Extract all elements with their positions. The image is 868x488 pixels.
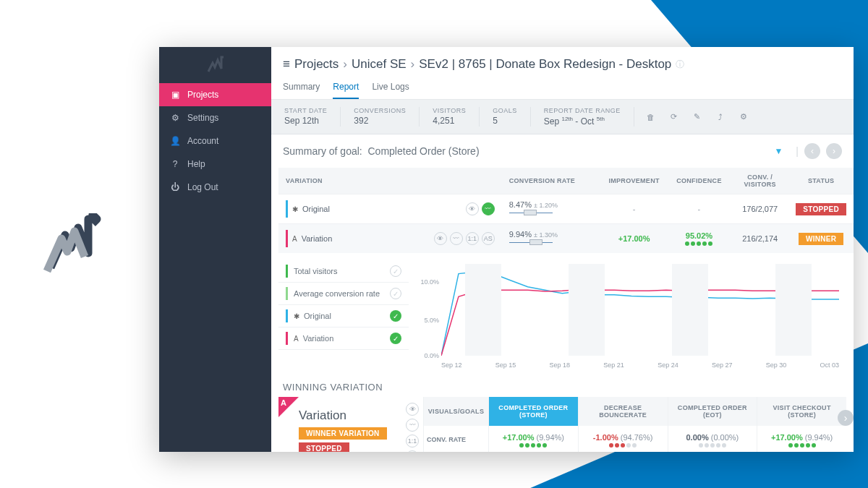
table-row: A Variation 👁 〰 1:1 AS 9.94% ± 1.30% (278, 224, 854, 254)
variation-name: Variation (302, 234, 333, 243)
check-icon[interactable]: ✓ (390, 288, 401, 299)
goals-visuals-header: VISUALS/GOALS (424, 397, 488, 426)
sidebar-item-label: Projects (187, 90, 218, 100)
trash-icon[interactable]: 🗑 (644, 111, 658, 124)
sidebar-item-label: Help (187, 159, 205, 169)
split-icon[interactable]: 1:1 (406, 435, 419, 448)
sidebar-item-label: Account (187, 136, 218, 146)
legend-item[interactable]: AVariation ✓ (278, 328, 409, 350)
sidebar-item-account[interactable]: 👤 Account (159, 129, 271, 153)
folder-icon: ▣ (170, 90, 180, 100)
info-icon[interactable]: ⓘ (676, 59, 684, 71)
app-window: ▣ Projects ⚙ Settings 👤 Account ? Help ⏻… (159, 47, 854, 452)
breadcrumb-project: SEv2 | 8765 | Donate Box Redesign - Desk… (419, 57, 671, 72)
tab-report[interactable]: Report (333, 77, 359, 99)
power-icon: ⏻ (170, 182, 180, 192)
table-row: ✱ Original 👁 〰 8.47% ± 1.20% - - 176/2,0… (278, 194, 854, 224)
th-variation: VARIATION (278, 168, 502, 194)
goal-dropdown-icon[interactable]: ▼ (774, 146, 783, 156)
goals-next-button[interactable]: › (838, 410, 854, 426)
stat-start-date: START DATE Sep 12th (271, 107, 341, 127)
sidebar-logo (159, 47, 271, 83)
eye-icon[interactable]: 👁 (434, 232, 447, 245)
chart-zone: Total visitors ✓ Average conversion rate… (271, 253, 854, 373)
check-icon[interactable]: ✓ (390, 265, 401, 277)
goal-summary-header: Summary of goal: Completed Order (Store)… (271, 134, 854, 168)
goal-column[interactable]: COMPLETED ORDER (EOT)0.00% (0.00%) (668, 397, 757, 452)
prev-goal-button[interactable]: ‹ (804, 143, 820, 159)
chart-icon[interactable]: 〰 (450, 232, 463, 245)
tab-summary[interactable]: Summary (283, 77, 320, 99)
conv-rate-label: CONV. RATE (424, 426, 488, 446)
sidebar-item-logout[interactable]: ⏻ Log Out (159, 176, 271, 199)
sidebar-item-label: Settings (187, 113, 218, 123)
stat-visitors: VISITORS 4,251 (420, 107, 480, 127)
hamburger-icon[interactable]: ≡ (283, 57, 290, 72)
status-badge: STOPPED (299, 442, 349, 452)
brand-logo (43, 213, 101, 281)
sidebar-item-label: Log Out (187, 182, 218, 192)
chart-icon[interactable]: 〰 (482, 202, 495, 215)
legend-item[interactable]: ✱Original ✓ (278, 305, 409, 328)
stat-conversions: CONVERSIONS 392 (341, 107, 420, 127)
gear-icon[interactable]: ⚙ (737, 111, 750, 124)
stat-range: REPORT DATE RANGE Sep 12th - Oct 5th (531, 107, 634, 127)
breadcrumb-org[interactable]: Unicef SE (352, 57, 407, 72)
next-goal-button[interactable]: › (826, 143, 842, 159)
status-badge: STOPPED (796, 203, 846, 215)
sidebar-item-projects[interactable]: ▣ Projects (159, 83, 271, 106)
sliders-icon: ⚙ (170, 113, 180, 123)
split-icon[interactable]: 1:1 (466, 232, 479, 245)
edit-icon[interactable]: ✎ (691, 111, 704, 124)
sidebar-item-help[interactable]: ? Help (159, 153, 271, 176)
tabs: Summary Report Live Logs (271, 77, 854, 100)
goal-column[interactable]: DECREASE BOUNCERATE-1.00% (94.76%) (578, 397, 668, 452)
stat-goals: GOALS 5 (480, 107, 531, 127)
check-icon[interactable]: ✓ (390, 333, 401, 344)
goal-column[interactable]: COMPLETED ORDER (STORE)+17.00% (9.94%) (488, 397, 578, 452)
refresh-icon[interactable]: ⟳ (668, 111, 681, 124)
th-imp: IMPROVEMENT (601, 168, 666, 194)
winning-variation-card: A 👁 〰 1:1 AS Variation WINNER VARIATION … (278, 397, 423, 452)
breadcrumb: ≡ Projects › Unicef SE › SEv2 | 8765 | D… (271, 47, 854, 77)
th-cr: CONVERSION RATE (502, 168, 602, 194)
as-icon[interactable]: AS (406, 450, 419, 452)
stats-actions: 🗑 ⟳ ✎ ⤴ ⚙ (634, 107, 760, 127)
check-icon[interactable]: ✓ (390, 310, 401, 322)
main-panel: ≡ Projects › Unicef SE › SEv2 | 8765 | D… (271, 47, 854, 452)
th-status: STATUS (788, 168, 854, 194)
th-conf: CONFIDENCE (667, 168, 731, 194)
breadcrumb-root[interactable]: Projects (294, 57, 339, 72)
sidebar-item-settings[interactable]: ⚙ Settings (159, 106, 271, 129)
as-icon[interactable]: AS (482, 232, 495, 245)
eye-icon[interactable]: 👁 (466, 202, 479, 215)
line-chart: 10.0% 5.0% 0.0% Sep 12Sep 15Sep 18Sep 21… (416, 260, 846, 369)
winning-heading: WINNING VARIATION (271, 373, 854, 397)
variations-table: VARIATION CONVERSION RATE IMPROVEMENT CO… (278, 168, 854, 253)
legend-item[interactable]: Total visitors ✓ (278, 260, 409, 283)
tab-livelogs[interactable]: Live Logs (372, 77, 409, 99)
chart-icon[interactable]: 〰 (406, 419, 419, 432)
help-icon: ? (170, 159, 180, 169)
variation-name: Original (302, 205, 330, 213)
sidebar: ▣ Projects ⚙ Settings 👤 Account ? Help ⏻… (159, 47, 271, 452)
goals-grid: COMPLETED ORDER (STORE)+17.00% (9.94%)DE… (488, 397, 846, 452)
goal-column[interactable]: VISIT CHECKOUT (STORE)+17.00% (9.94%) (757, 397, 846, 452)
user-icon: 👤 (170, 136, 180, 146)
share-icon[interactable]: ⤴ (714, 111, 727, 124)
legend-item[interactable]: Average conversion rate ✓ (278, 283, 409, 305)
stats-bar: START DATE Sep 12th CONVERSIONS 392 VISI… (271, 100, 854, 134)
th-cv: CONV. / VISITORS (731, 168, 788, 194)
status-badge: WINNER (799, 233, 843, 245)
winning-row: A 👁 〰 1:1 AS Variation WINNER VARIATION … (271, 397, 854, 452)
status-badge: WINNER VARIATION (299, 427, 387, 440)
chart-legend: Total visitors ✓ Average conversion rate… (278, 260, 409, 369)
eye-icon[interactable]: 👁 (406, 403, 419, 416)
